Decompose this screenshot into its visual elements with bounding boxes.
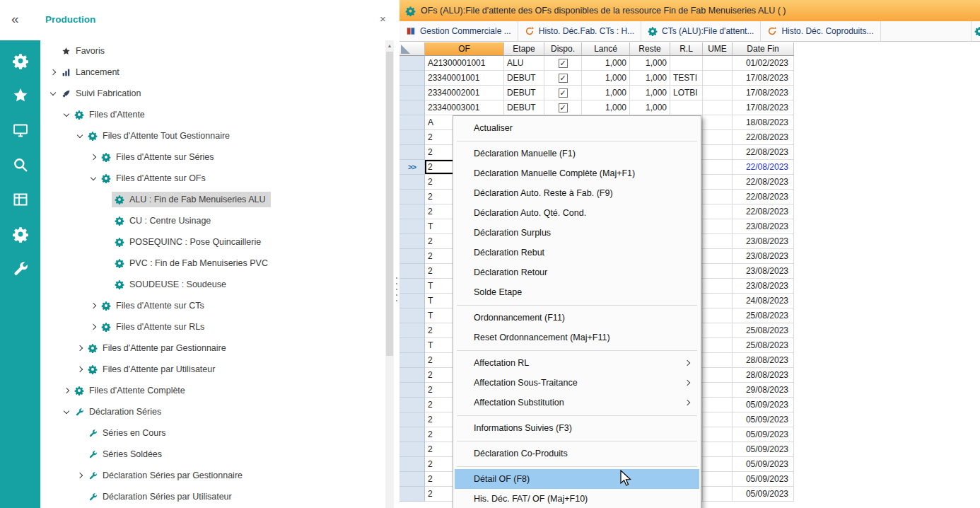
tab-1[interactable]: Histo. Déc.Fab. CTs : H... — [518, 21, 641, 41]
tree-item[interactable]: Lancement — [40, 62, 384, 83]
row-selector-cell[interactable] — [399, 442, 425, 457]
window-titlebar[interactable]: OFs (ALU):File d'attente des OFs disponi… — [399, 0, 980, 21]
column-header-2[interactable]: Dispo. — [544, 42, 582, 56]
row-selector-cell[interactable] — [399, 234, 425, 249]
expander-icon[interactable] — [61, 110, 71, 120]
tree-item[interactable]: Files d'Attente — [40, 104, 384, 125]
settings-gear-icon[interactable] — [11, 52, 30, 70]
tree-item[interactable]: Files d'Attente sur Séries — [40, 146, 384, 168]
row-selector-cell[interactable] — [399, 249, 425, 264]
context-menu-item[interactable]: Déclaration Retour — [455, 262, 699, 282]
select-all-corner[interactable] — [399, 42, 425, 56]
tree-item[interactable]: Files d'Attente Tout Gestionnaire — [40, 125, 384, 146]
column-header-3[interactable]: Lancé — [582, 42, 630, 56]
column-header-6[interactable]: UME — [703, 42, 733, 56]
row-selector-cell[interactable] — [399, 412, 425, 427]
row-selector-cell[interactable] — [399, 323, 425, 338]
row-selector-cell[interactable] — [399, 264, 425, 279]
tree-item[interactable]: Files d'Attente sur OFs — [40, 168, 384, 189]
table-row[interactable]: 23340002001DEBUT✓1,0001,000LOTBI17/08/20… — [399, 86, 980, 100]
row-selector-cell[interactable] — [399, 145, 425, 160]
context-menu-item[interactable]: Affectation RL — [455, 353, 699, 373]
tree-item[interactable]: POSEQUINC : Pose Quincaillerie — [40, 231, 384, 253]
tree-item[interactable]: PVC : Fin de Fab Menuiseries PVC — [40, 253, 384, 274]
row-selector-cell[interactable] — [399, 427, 425, 442]
row-selector-cell[interactable] — [399, 100, 425, 115]
tree-item[interactable]: Séries en Cours — [40, 422, 384, 444]
tree-item[interactable]: CU : Centre Usinage — [40, 210, 384, 231]
tree-item[interactable]: Déclaration Séries par Gestionnaire — [40, 465, 384, 486]
column-header-4[interactable]: Reste — [630, 42, 670, 56]
checkbox-checked-icon[interactable]: ✓ — [559, 103, 568, 112]
expander-icon[interactable] — [88, 301, 98, 311]
row-selector-cell[interactable] — [399, 190, 425, 204]
tree-item[interactable]: Files d'Attente par Gestionnaire — [40, 337, 384, 359]
context-menu-item[interactable]: Ordonnancement (F11) — [455, 308, 699, 328]
context-menu-item[interactable]: Détail OF (F8) — [455, 469, 699, 489]
column-header-1[interactable]: Etape — [504, 42, 544, 56]
row-selector-cell[interactable] — [399, 472, 425, 487]
tree-item[interactable]: Déclaration Séries — [40, 401, 384, 422]
tools-wrench-icon[interactable] — [11, 260, 30, 278]
context-menu-item[interactable]: Déclaration Co-Produits — [455, 444, 699, 463]
collapse-panel-button[interactable]: « — [11, 11, 19, 27]
row-selector-cell[interactable] — [399, 294, 425, 308]
checkbox-checked-icon[interactable]: ✓ — [559, 88, 568, 98]
tree-item[interactable]: Files d'Attente Complète — [40, 380, 384, 401]
context-menu-item[interactable]: Déclaration Surplus — [455, 223, 699, 243]
row-selector-cell[interactable] — [399, 71, 425, 86]
expander-icon[interactable] — [74, 131, 85, 142]
tree-item[interactable]: Files d'Attente sur RLs — [40, 316, 384, 337]
expander-icon[interactable] — [88, 322, 98, 333]
row-selector-cell[interactable] — [399, 398, 425, 412]
expander-icon[interactable] — [47, 67, 58, 78]
context-menu-item[interactable]: Déclaration Auto. Qté. Cond. — [455, 203, 699, 223]
row-selector-cell[interactable] — [399, 353, 425, 368]
panel-splitter[interactable] — [394, 0, 399, 508]
column-header-5[interactable]: R.L — [670, 42, 703, 56]
close-panel-button[interactable]: × — [380, 13, 386, 25]
expander-icon[interactable] — [74, 471, 85, 481]
row-selector-cell[interactable] — [399, 115, 425, 130]
tab-4[interactable] — [971, 21, 980, 41]
tree-item[interactable]: Suivi Fabrication — [40, 83, 384, 104]
row-selector-cell[interactable] — [399, 279, 425, 294]
scrollbar-thumb[interactable] — [386, 52, 393, 356]
tab-3[interactable]: Histo. Déc. Coproduits... — [761, 21, 880, 41]
favorites-star-icon[interactable] — [11, 86, 30, 105]
expander-icon[interactable] — [61, 407, 71, 417]
context-menu-item[interactable]: Affectation Sous-Traitance — [455, 373, 699, 393]
context-menu-item[interactable]: Reset Ordonnancement (Maj+F11) — [455, 328, 699, 347]
expander-icon[interactable] — [74, 343, 85, 354]
column-header-7[interactable]: Date Fin — [733, 42, 794, 56]
context-menu-item[interactable]: Déclaration Rebut — [455, 243, 699, 262]
tree-item[interactable]: Séries Soldées — [40, 444, 384, 465]
expander-icon[interactable] — [74, 364, 85, 375]
row-selector-cell[interactable]: >> — [399, 160, 425, 175]
row-selector-cell[interactable] — [399, 383, 425, 398]
tree-item[interactable]: Files d'Attente sur CTs — [40, 295, 384, 316]
row-selector-cell[interactable] — [399, 175, 425, 190]
row-selector-cell[interactable] — [399, 338, 425, 353]
tree-item[interactable]: Favoris — [40, 40, 384, 62]
row-selector-cell[interactable] — [399, 219, 425, 234]
context-menu-item[interactable]: Déclaration Manuelle Complète (Maj+F1) — [455, 163, 699, 183]
tree-item[interactable]: ALU : Fin de Fab Menuiseries ALU — [40, 189, 384, 210]
tab-0[interactable]: Gestion Commerciale ... — [399, 21, 518, 41]
row-selector-cell[interactable] — [399, 204, 425, 219]
row-selector-cell[interactable] — [399, 308, 425, 323]
expander-icon[interactable] — [61, 386, 71, 396]
table-row[interactable]: A21300001001ALU✓1,0001,00001/02/2023 — [399, 56, 980, 71]
workstation-monitor-icon[interactable] — [11, 121, 30, 139]
row-selector-cell[interactable] — [399, 368, 425, 383]
context-menu-item[interactable]: Déclaration Auto. Reste à Fab. (F9) — [455, 183, 699, 203]
tree-item[interactable]: SOUDEUSE : Soudeuse — [40, 274, 384, 295]
modules-grid-icon[interactable] — [11, 190, 30, 209]
search-icon[interactable] — [11, 156, 30, 174]
column-header-0[interactable]: OF — [425, 42, 504, 56]
scrollbar-up-arrow[interactable]: ▲ — [385, 40, 394, 50]
row-selector-cell[interactable] — [399, 487, 425, 502]
context-menu-item[interactable]: Informations Suivies (F3) — [455, 418, 699, 438]
context-menu-item[interactable]: Actualiser — [455, 118, 699, 138]
context-menu-item[interactable]: Déclaration Manuelle (F1) — [455, 144, 699, 163]
